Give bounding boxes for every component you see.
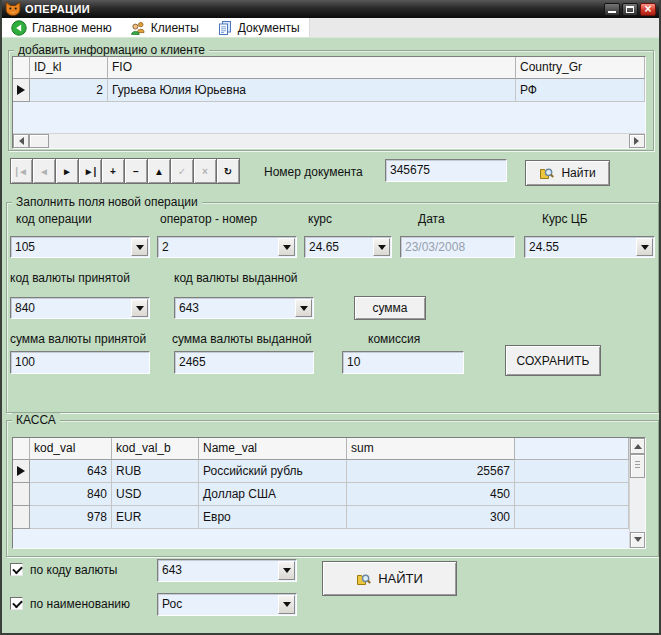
column-header-id-kl: ID_kl xyxy=(30,57,108,79)
clients-grid[interactable]: ID_kl FIO Country_Gr 2 Гурьева Юлия Юрье… xyxy=(12,56,646,149)
current-row-indicator xyxy=(13,460,30,483)
client-row[interactable]: 2 Гурьева Юлия Юрьевна РФ xyxy=(13,79,645,102)
date-input[interactable]: 23/03/2008 xyxy=(400,236,515,258)
cell-name-val: Доллар США xyxy=(199,483,347,506)
menu-item-clients[interactable]: Клиенты xyxy=(121,18,208,37)
cell-kod-val-b: USD xyxy=(112,483,199,506)
by-name-combobox[interactable]: Рос xyxy=(157,593,297,616)
title-bar: ОПЕРАЦИИ xyxy=(2,0,659,18)
operator-num-combobox[interactable]: 2 xyxy=(157,236,297,258)
by-code-checkbox[interactable] xyxy=(10,563,23,576)
dropdown-button[interactable] xyxy=(131,238,148,256)
sum-button[interactable]: сумма xyxy=(354,296,426,320)
right-arrow-icon xyxy=(634,137,643,145)
scrollbar-track[interactable] xyxy=(49,134,629,148)
rate-label: курс xyxy=(308,212,332,226)
up-arrow-icon xyxy=(634,440,642,449)
dropdown-button[interactable] xyxy=(373,238,390,256)
column-header-name-val: Name_val xyxy=(199,438,347,460)
users-icon xyxy=(130,20,146,36)
op-code-label: код операции xyxy=(16,212,92,226)
by-code-combobox[interactable]: 643 xyxy=(157,559,297,582)
scroll-left-button[interactable] xyxy=(13,134,29,148)
dropdown-button[interactable] xyxy=(295,299,312,317)
chevron-down-icon xyxy=(283,245,291,254)
left-arrow-icon xyxy=(15,137,24,145)
currency-in-combobox[interactable]: 840 xyxy=(10,297,150,319)
scrollbar-thumb[interactable] xyxy=(630,454,645,478)
cash-row-usd[interactable]: 840 USD Доллар США 450 xyxy=(13,483,629,506)
grid-empty-area xyxy=(13,102,645,133)
amount-out-label: сумма валюты выданной xyxy=(172,332,312,346)
clients-grid-hscrollbar[interactable] xyxy=(13,133,645,148)
amount-in-input[interactable]: 100 xyxy=(10,351,150,374)
search-icon xyxy=(539,165,555,181)
document-number-input[interactable]: 345675 xyxy=(385,159,507,182)
cell-name-val: Российский рубль xyxy=(199,460,347,483)
sum-button-label: сумма xyxy=(372,301,407,315)
find-document-label: Найти xyxy=(561,166,595,180)
dropdown-button[interactable] xyxy=(636,238,653,256)
nav-insert-button[interactable]: + xyxy=(102,158,125,184)
by-name-checkbox[interactable] xyxy=(10,597,23,610)
currency-in-label: код валюты принятой xyxy=(10,271,130,285)
menu-item-main[interactable]: Главное меню xyxy=(2,18,121,37)
scrollbar-track[interactable] xyxy=(630,478,645,532)
find-document-button[interactable]: Найти xyxy=(525,160,610,186)
document-number-label: Номер документа xyxy=(264,165,363,179)
scroll-right-button[interactable] xyxy=(629,134,645,148)
cell-kod-val-b: RUB xyxy=(112,460,199,483)
column-header-sum: sum xyxy=(347,438,515,460)
dropdown-button[interactable] xyxy=(131,299,148,317)
scrollbar-thumb[interactable] xyxy=(29,134,49,148)
scroll-up-button[interactable] xyxy=(630,438,645,454)
save-button[interactable]: СОХРАНИТЬ xyxy=(505,345,601,376)
commission-input[interactable]: 10 xyxy=(342,351,464,374)
date-label: Дата xyxy=(418,212,445,226)
row-indicator xyxy=(13,506,30,529)
nav-edit-button[interactable]: ▲ xyxy=(148,158,171,184)
cash-grid-vscrollbar[interactable] xyxy=(629,438,645,548)
nav-last-button[interactable]: ►| xyxy=(79,158,102,184)
commission-label: комиссия xyxy=(368,332,420,346)
cell-name-val: Евро xyxy=(199,506,347,529)
dropdown-button[interactable] xyxy=(278,595,295,614)
cash-groupbox-title: КАССА xyxy=(12,413,60,427)
nav-post-button[interactable]: ✓ xyxy=(171,158,194,184)
cell-sum: 450 xyxy=(347,483,515,506)
indicator-column-header xyxy=(13,438,30,460)
chevron-down-icon xyxy=(300,306,308,315)
rate-combobox[interactable]: 24.65 xyxy=(304,236,392,258)
grid-empty-area xyxy=(13,529,629,548)
scroll-down-button[interactable] xyxy=(630,532,645,548)
cash-grid[interactable]: kod_val kod_val_b Name_val sum 643 RUB Р… xyxy=(12,437,646,549)
cell-kod-val: 840 xyxy=(30,483,112,506)
cb-rate-combobox[interactable]: 24.55 xyxy=(524,236,655,258)
maximize-button[interactable] xyxy=(622,3,638,16)
amount-out-input[interactable]: 2465 xyxy=(174,351,314,374)
find-cash-button[interactable]: НАЙТИ xyxy=(322,561,457,596)
currency-out-combobox[interactable]: 643 xyxy=(174,297,314,319)
currency-out-label: код валюты выданной xyxy=(174,271,298,285)
nav-refresh-button[interactable]: ↻ xyxy=(217,158,240,184)
cash-row-rub[interactable]: 643 RUB Российский рубль 25567 xyxy=(13,460,629,483)
menu-item-label: Главное меню xyxy=(32,21,112,35)
by-name-label: по наименованию xyxy=(30,597,130,611)
menu-item-documents[interactable]: Документы xyxy=(208,18,309,37)
cash-row-eur[interactable]: 978 EUR Евро 300 xyxy=(13,506,629,529)
chevron-down-icon xyxy=(283,602,291,611)
nav-prior-button[interactable]: ◄ xyxy=(33,158,56,184)
nav-delete-button[interactable]: − xyxy=(125,158,148,184)
dropdown-button[interactable] xyxy=(278,561,295,580)
nav-cancel-button[interactable]: × xyxy=(194,158,217,184)
chevron-down-icon xyxy=(136,245,144,254)
row-pointer-icon xyxy=(17,466,30,476)
menu-item-label: Документы xyxy=(238,21,300,35)
nav-next-button[interactable]: ► xyxy=(56,158,79,184)
cell-empty xyxy=(515,460,629,483)
op-code-combobox[interactable]: 105 xyxy=(10,236,150,258)
dropdown-button[interactable] xyxy=(278,238,295,256)
minimize-button[interactable] xyxy=(604,3,620,16)
close-button[interactable] xyxy=(640,3,656,16)
nav-first-button[interactable]: |◄ xyxy=(10,158,33,184)
